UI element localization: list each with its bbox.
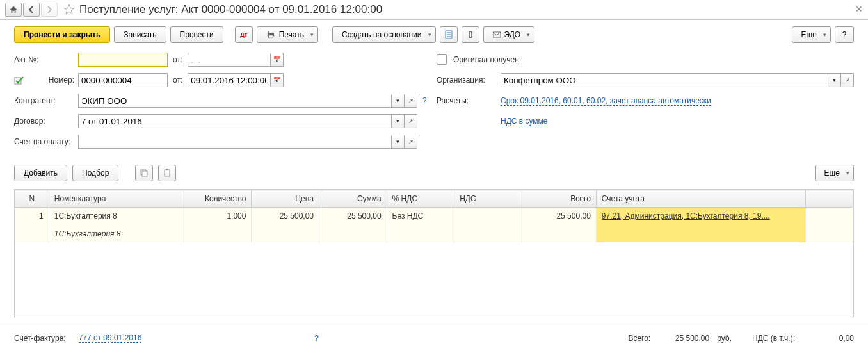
cell-total[interactable]: 25 500,00 [522,208,596,243]
vat-value: 0,00 [803,334,854,343]
number-label: Номер: [28,76,78,85]
calc-link[interactable]: Срок 09.01.2016, 60.01, 60.02, зачет ава… [501,96,711,106]
org-input[interactable] [501,73,828,87]
edo-button[interactable]: ЭДО [483,26,535,43]
svg-rect-11 [165,170,170,176]
invoice-drop[interactable]: ▾ [392,135,405,149]
from-label-2: от: [173,76,182,85]
contract-drop[interactable]: ▾ [392,114,405,128]
svg-rect-10 [142,171,147,176]
calendar-icon[interactable]: 📅 [271,53,284,67]
date-input[interactable] [188,73,271,87]
cell-qty[interactable]: 1,000 [184,208,252,243]
col-extra [806,190,853,208]
cell-sum[interactable]: 25 500,00 [319,208,387,243]
table-row[interactable]: 1 1С:Бухгалтерия 8 1С:Бухгалтерия 8 1,00… [15,208,853,243]
org-open[interactable]: ↗ [841,73,854,87]
col-total[interactable]: Всего [522,190,596,208]
sf-help[interactable]: ? [314,334,319,343]
cell-nomen[interactable]: 1С:Бухгалтерия 8 1С:Бухгалтерия 8 [49,208,184,243]
invoice-open[interactable]: ↗ [405,135,417,149]
total-value: 25 500,00 [658,334,709,343]
main-toolbar: Провести и закрыть Записать Провести Дт … [0,20,868,49]
vat-label: НДС (в т.ч.): [752,334,795,343]
posted-icon [14,76,24,85]
cell-price[interactable]: 25 500,00 [252,208,319,243]
table-header-row: N Номенклатура Количество Цена Сумма % Н… [15,190,853,208]
original-received-label: Оригинал получен [453,55,519,64]
org-label: Организация: [437,76,501,85]
cell-vat-rate[interactable]: Без НДС [387,208,454,243]
totals: Всего: 25 500,00 руб. НДС (в т.ч.): 0,00 [628,334,854,343]
add-button[interactable]: Добавить [14,165,67,181]
from-label-1: от: [173,55,182,64]
col-price[interactable]: Цена [252,190,319,208]
window-title: Поступление услуг: Акт 0000-000004 от 09… [79,3,382,16]
col-n[interactable]: N [15,190,49,208]
svg-rect-0 [268,31,273,33]
col-vat-rate[interactable]: % НДС [387,190,454,208]
org-drop[interactable]: ▾ [828,73,841,87]
counterparty-open[interactable]: ↗ [405,94,417,108]
structure-button[interactable] [440,26,458,43]
sf-link[interactable]: 777 от 09.01.2016 [79,333,142,343]
act-no-input[interactable] [78,53,168,67]
save-button[interactable]: Записать [114,26,166,43]
act-date-input[interactable] [188,53,271,67]
footer: Счет-фактура: 777 от 09.01.2016 ? Всего:… [0,324,868,352]
calc-label: Расчеты: [437,96,501,105]
dt-kt-button[interactable]: Дт [235,26,253,43]
counterparty-input[interactable] [78,94,392,108]
home-button[interactable] [5,3,22,17]
post-button[interactable]: Провести [170,26,223,43]
attach-button[interactable] [462,26,479,43]
forward-button[interactable] [41,3,58,17]
favorite-icon[interactable] [63,3,76,16]
table-more-button[interactable]: Еще [815,165,854,181]
contract-open[interactable]: ↗ [405,114,417,128]
invoice-label: Счет на оплату: [14,137,78,146]
help-button[interactable]: ? [835,26,854,43]
counterparty-label: Контрагент: [14,96,78,105]
post-and-close-button[interactable]: Провести и закрыть [14,26,110,43]
more-button[interactable]: Еще [792,26,831,43]
col-sum[interactable]: Сумма [319,190,387,208]
col-accounts[interactable]: Счета учета [596,190,805,208]
copy-button[interactable] [135,165,153,181]
form-area: Акт №: от: 📅 Номер: от: 📅 Контрагент: ▾ … [0,49,868,161]
contract-input[interactable] [78,114,392,128]
sf-label: Счет-фактура: [14,334,66,343]
original-received-checkbox[interactable] [437,54,447,65]
paste-button[interactable] [158,165,176,181]
calendar-icon-2[interactable]: 📅 [271,73,284,87]
table-toolbar: Добавить Подбор Еще [0,161,868,185]
items-table: N Номенклатура Количество Цена Сумма % Н… [14,189,854,317]
svg-rect-12 [166,169,168,170]
number-input[interactable] [78,73,168,87]
cell-vat[interactable] [454,208,522,243]
col-nomen[interactable]: Номенклатура [49,190,184,208]
currency: руб. [717,334,732,343]
total-label: Всего: [628,334,650,343]
title-bar: Поступление услуг: Акт 0000-000004 от 09… [0,0,868,20]
invoice-input[interactable] [78,135,392,149]
contract-label: Договор: [14,117,78,126]
close-button[interactable]: ✕ [855,4,863,14]
col-qty[interactable]: Количество [184,190,252,208]
create-based-button[interactable]: Создать на основании [332,26,436,43]
cell-n[interactable]: 1 [15,208,49,243]
pick-button[interactable]: Подбор [72,165,118,181]
vat-mode-link[interactable]: НДС в сумме [501,117,548,126]
counterparty-help[interactable]: ? [422,96,427,105]
back-button[interactable] [23,3,40,17]
print-button[interactable]: Печать [257,26,318,43]
cell-accounts[interactable]: 97.21, Администрация, 1С:Бухгалтерия 8, … [596,208,805,243]
act-no-label: Акт №: [14,55,78,64]
col-vat[interactable]: НДС [454,190,522,208]
svg-rect-2 [268,35,273,38]
counterparty-drop[interactable]: ▾ [392,94,405,108]
